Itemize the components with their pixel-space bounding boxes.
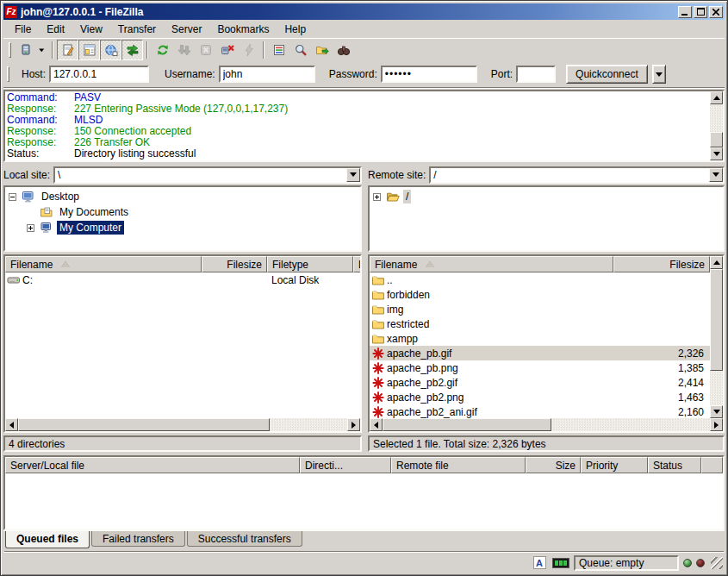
menu-item-view[interactable]: View — [72, 22, 110, 37]
synchronized-browsing-button[interactable] — [311, 40, 333, 60]
host-input[interactable] — [49, 66, 149, 83]
queue-column-header-size[interactable]: Size — [526, 457, 581, 473]
scroll-track[interactable] — [710, 371, 723, 405]
scroll-left-button[interactable] — [5, 418, 18, 431]
disconnect-button[interactable] — [216, 40, 238, 60]
process-queue-button[interactable] — [173, 40, 195, 60]
scroll-up-button[interactable] — [710, 91, 723, 104]
scroll-track[interactable] — [710, 104, 723, 132]
tab-queued-files[interactable]: Queued files — [5, 531, 90, 548]
column-header-label: Filetype — [272, 259, 308, 271]
remote-vertical-scrollbar[interactable] — [710, 256, 723, 418]
remote-column-header-filename[interactable]: Filename — [370, 256, 613, 272]
local-column-header-l[interactable]: L — [353, 256, 360, 272]
local-column-header-filesize[interactable]: Filesize — [202, 256, 267, 272]
directory-comparison-button[interactable] — [333, 40, 354, 60]
scroll-down-button[interactable] — [710, 147, 723, 160]
scroll-thumb[interactable] — [710, 269, 723, 371]
menu-item-edit[interactable]: Edit — [39, 22, 72, 37]
file-search-button[interactable] — [289, 40, 311, 60]
remote-file-row[interactable]: apache_pb2.gif2,414 — [370, 375, 710, 390]
toggle-transfer-queue-button[interactable] — [121, 40, 143, 60]
local-tree-item[interactable]: My Computer — [5, 220, 360, 235]
queue-column-header-server-local-file[interactable]: Server/Local file — [5, 457, 300, 473]
transfer-type-icon[interactable]: A — [531, 556, 548, 570]
speed-limits-icon[interactable] — [552, 556, 569, 570]
port-input[interactable] — [516, 66, 556, 83]
queue-column-header-[interactable] — [701, 457, 723, 473]
quickconnect-button[interactable]: Quickconnect — [566, 65, 648, 84]
remote-column-header-filesize[interactable]: Filesize — [613, 256, 710, 272]
queue-column-header-status[interactable]: Status — [648, 457, 701, 473]
scroll-thumb[interactable] — [710, 132, 723, 147]
menu-item-file[interactable]: File — [7, 22, 39, 37]
menu-item-server[interactable]: Server — [164, 22, 209, 37]
queue-column-header-remote-file[interactable]: Remote file — [391, 457, 526, 473]
maximize-button[interactable] — [694, 6, 707, 18]
queue-column-header-priority[interactable]: Priority — [581, 457, 648, 473]
local-tree-item[interactable]: My Documents — [5, 204, 360, 220]
tab-failed-transfers[interactable]: Failed transfers — [91, 531, 185, 547]
tree-expander-minus[interactable] — [9, 193, 16, 201]
local-column-header-filetype[interactable]: Filetype — [267, 256, 353, 272]
menu-item-bookmarks[interactable]: Bookmarks — [209, 22, 277, 37]
local-tree-item[interactable]: Desktop — [5, 189, 360, 204]
directory-listing-filters-button[interactable] — [268, 40, 289, 60]
toggle-local-tree-button[interactable] — [78, 40, 100, 60]
remote-file-row[interactable]: restricted — [370, 316, 710, 331]
scroll-thumb[interactable] — [383, 418, 551, 431]
scroll-left-button[interactable] — [370, 418, 383, 431]
tree-expander-plus[interactable] — [27, 224, 34, 232]
toggle-message-log-button[interactable] — [57, 40, 78, 60]
log-vertical-scrollbar[interactable] — [710, 91, 723, 160]
remote-site-combobox[interactable]: / — [429, 166, 725, 184]
host-label: Host: — [22, 68, 46, 80]
maximize-icon — [697, 8, 705, 16]
remote-tree-item[interactable]: / — [370, 189, 723, 204]
remote-file-row[interactable]: apache_pb.gif2,326 — [370, 346, 710, 360]
toolbar-gripper[interactable] — [7, 66, 9, 82]
remote-horizontal-scrollbar[interactable] — [370, 418, 723, 431]
remote-file-row[interactable]: forbidden — [370, 287, 710, 302]
remote-file-row[interactable]: apache_pb2_ani.gif2,160 — [370, 404, 710, 418]
tree-expander-plus[interactable] — [373, 193, 381, 201]
scroll-right-button[interactable] — [347, 418, 360, 431]
scroll-down-button[interactable] — [710, 405, 723, 418]
remote-file-row[interactable]: apache_pb.png1,385 — [370, 360, 710, 375]
site-manager-dropdown-button[interactable] — [36, 40, 48, 60]
close-button[interactable] — [709, 6, 723, 18]
remote-file-row[interactable]: apache_pb2.png1,463 — [370, 390, 710, 404]
remote-file-row[interactable]: .. — [370, 272, 710, 287]
local-horizontal-scrollbar[interactable] — [5, 418, 360, 431]
reconnect-button[interactable] — [238, 40, 259, 60]
remote-file-row[interactable]: img — [370, 302, 710, 316]
refresh-button[interactable] — [152, 40, 173, 60]
toggle-remote-tree-button[interactable] — [100, 40, 121, 60]
scroll-up-button[interactable] — [710, 256, 723, 269]
remote-file-row[interactable]: xampp — [370, 331, 710, 346]
password-input[interactable] — [381, 66, 477, 83]
scroll-track[interactable] — [551, 418, 710, 431]
menu-item-transfer[interactable]: Transfer — [110, 22, 164, 37]
open-site-manager-button[interactable] — [15, 40, 36, 60]
remote-site-dropdown-button[interactable] — [709, 168, 723, 182]
scroll-track[interactable] — [270, 418, 347, 431]
local-column-header-filename[interactable]: Filename — [5, 256, 202, 272]
tab-successful-transfers[interactable]: Successful transfers — [187, 531, 302, 547]
scroll-thumb[interactable] — [18, 418, 270, 431]
toolbar-gripper[interactable] — [9, 42, 11, 58]
queue-column-header-directi-[interactable]: Directi... — [300, 457, 391, 473]
username-input[interactable] — [219, 66, 315, 83]
folder-icon — [371, 303, 385, 316]
local-file-row[interactable]: C:Local Disk — [5, 272, 360, 287]
cancel-operation-button[interactable] — [195, 40, 216, 60]
remote-directory-tree: / — [368, 185, 725, 252]
menu-item-help[interactable]: Help — [277, 22, 314, 37]
minimize-button[interactable] — [678, 6, 692, 18]
resize-grip-icon[interactable] — [711, 557, 723, 569]
local-site-dropdown-button[interactable] — [346, 168, 360, 182]
quickconnect-dropdown-button[interactable] — [652, 65, 666, 84]
pane-splitter[interactable] — [362, 166, 368, 448]
scroll-right-button[interactable] — [710, 418, 723, 431]
local-site-combobox[interactable]: \ — [53, 166, 362, 184]
